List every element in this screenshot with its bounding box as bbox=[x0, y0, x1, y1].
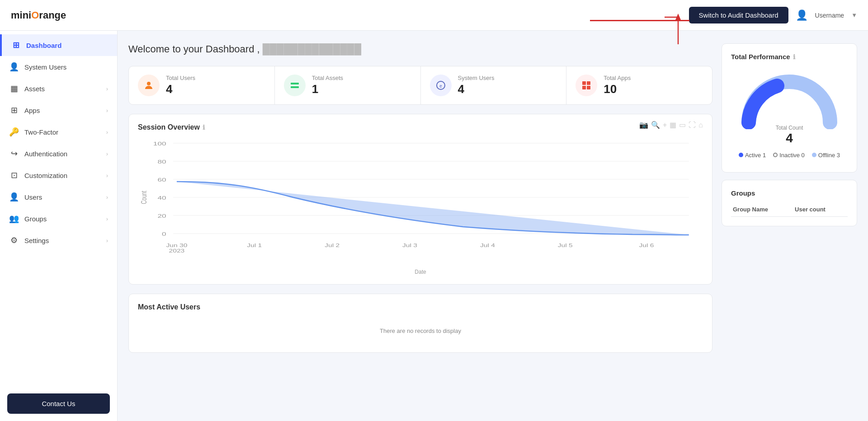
groups-col-count: User count bbox=[793, 202, 848, 217]
sidebar-dashboard-label: Dashboard bbox=[26, 42, 61, 49]
chart-minus-icon[interactable]: ▭ bbox=[679, 121, 686, 129]
user-dropdown-icon[interactable]: ▼ bbox=[851, 12, 857, 19]
chart-camera-icon[interactable]: 📷 bbox=[639, 121, 648, 129]
chart-zoom-icon[interactable]: 🔍 bbox=[651, 121, 660, 129]
header-right: Switch to Audit Dashboard 👤 Username ▼ bbox=[689, 7, 857, 23]
session-overview-title: Session Overview ℹ bbox=[138, 123, 703, 131]
stat-info-2: System Users 4 bbox=[458, 75, 495, 96]
contact-us-button[interactable]: Contact Us bbox=[7, 393, 110, 414]
session-overview-card: Session Overview ℹ 📷 🔍 + ▦ ▭ ⛶ ⌂ bbox=[128, 114, 712, 285]
svg-text:60: 60 bbox=[157, 177, 166, 182]
stat-label-2: System Users bbox=[458, 75, 495, 81]
total-performance-card: Total Performance ℹ Total Count 4 bbox=[722, 43, 857, 173]
welcome-message: Welcome to your Dashboard , bbox=[128, 43, 260, 55]
svg-text:0: 0 bbox=[162, 231, 166, 237]
stat-card-0: Total Users 4 bbox=[129, 66, 275, 104]
sidebar-assets-label: Assets bbox=[24, 85, 45, 93]
sidebar-item-assets[interactable]: ▦ Assets › bbox=[0, 78, 117, 99]
legend-offline-dot bbox=[812, 153, 816, 157]
svg-rect-9 bbox=[582, 81, 586, 85]
session-overview-info-icon[interactable]: ℹ bbox=[203, 124, 205, 131]
stat-card-3: Total Apps 10 bbox=[566, 66, 712, 104]
stat-value-1: 1 bbox=[312, 82, 343, 96]
legend-active-dot bbox=[739, 153, 743, 157]
svg-text:Jul 5: Jul 5 bbox=[558, 243, 573, 248]
svg-text:Jul 2: Jul 2 bbox=[325, 243, 340, 248]
main-left: Welcome to your Dashboard , ████████████… bbox=[128, 43, 712, 408]
sidebar-system-users-icon: 👤 bbox=[9, 62, 19, 72]
svg-rect-10 bbox=[587, 81, 590, 85]
sidebar: ⊞ Dashboard 👤 System Users ▦ Assets ›⊞ A… bbox=[0, 31, 118, 421]
logo-o: O bbox=[31, 9, 39, 21]
svg-rect-5 bbox=[291, 86, 299, 88]
gauge-count-value: 4 bbox=[776, 131, 803, 145]
logo: miniOrange bbox=[11, 9, 66, 21]
svg-text:Jul 4: Jul 4 bbox=[480, 243, 495, 248]
chart-grid-icon[interactable]: ▦ bbox=[670, 121, 676, 129]
stat-info-1: Total Assets 1 bbox=[312, 75, 343, 96]
sidebar-apps-label: Apps bbox=[24, 107, 40, 114]
chart-area: 📷 🔍 + ▦ ▭ ⛶ ⌂ bbox=[138, 139, 703, 265]
chart-expand-icon[interactable]: ⛶ bbox=[689, 121, 696, 129]
sidebar-two-factor-label: Two-Factor bbox=[24, 128, 58, 136]
sidebar-item-apps[interactable]: ⊞ Apps › bbox=[0, 99, 117, 121]
stat-info-3: Total Apps 10 bbox=[604, 75, 631, 96]
svg-text:Jun 30: Jun 30 bbox=[166, 243, 187, 248]
chart-toolbar: 📷 🔍 + ▦ ▭ ⛶ ⌂ bbox=[639, 121, 703, 129]
groups-title: Groups bbox=[731, 189, 848, 197]
sidebar-item-two-factor[interactable]: 🔑 Two-Factor › bbox=[0, 121, 117, 143]
gauge-legend: Active 1 Inactive 0 Offline 3 bbox=[739, 152, 840, 159]
session-overview-label: Session Overview bbox=[138, 123, 200, 131]
sidebar-dashboard-icon: ⊞ bbox=[11, 40, 21, 50]
stat-value-2: 4 bbox=[458, 82, 495, 96]
sidebar-nav: ⊞ Dashboard 👤 System Users ▦ Assets ›⊞ A… bbox=[0, 31, 117, 386]
sidebar-apps-icon: ⊞ bbox=[9, 105, 19, 115]
user-avatar-icon[interactable]: 👤 bbox=[796, 9, 808, 21]
legend-active: Active 1 bbox=[739, 152, 766, 159]
svg-text:Jul 6: Jul 6 bbox=[639, 243, 654, 248]
layout: ⊞ Dashboard 👤 System Users ▦ Assets ›⊞ A… bbox=[0, 31, 868, 421]
sidebar-item-authentication[interactable]: ↪ Authentication › bbox=[0, 143, 117, 164]
stat-info-0: Total Users 4 bbox=[166, 75, 195, 96]
sidebar-two-factor-icon: 🔑 bbox=[9, 127, 19, 137]
most-active-users-card: Most Active Users There are no records t… bbox=[128, 294, 712, 353]
sidebar-item-dashboard[interactable]: ⊞ Dashboard bbox=[0, 34, 117, 56]
sidebar-item-groups[interactable]: 👥 Groups › bbox=[0, 208, 117, 229]
switch-to-audit-button[interactable]: Switch to Audit Dashboard bbox=[689, 7, 788, 23]
most-active-users-label: Most Active Users bbox=[138, 303, 200, 311]
session-chart: 0 20 40 60 80 100 Jun 30 2023 Jul 1 bbox=[138, 139, 703, 256]
svg-text:Jul 1: Jul 1 bbox=[247, 243, 262, 248]
legend-inactive: Inactive 0 bbox=[773, 152, 805, 159]
main-content: Welcome to your Dashboard , ████████████… bbox=[118, 31, 868, 421]
stat-label-0: Total Users bbox=[166, 75, 195, 81]
groups-table: Group Name User count bbox=[731, 202, 848, 217]
stat-icon-2: e bbox=[430, 75, 452, 96]
chart-plus-icon[interactable]: + bbox=[663, 121, 667, 129]
sidebar-authentication-label: Authentication bbox=[24, 150, 67, 158]
main-right: Total Performance ℹ Total Count 4 bbox=[722, 43, 857, 408]
sidebar-groups-label: Groups bbox=[24, 215, 47, 223]
gauge-center: Total Count 4 bbox=[776, 125, 803, 145]
stat-card-2: e System Users 4 bbox=[421, 66, 567, 104]
sidebar-users-chevron: › bbox=[106, 194, 108, 201]
svg-text:Jul 3: Jul 3 bbox=[402, 243, 417, 248]
user-name[interactable]: Username bbox=[815, 12, 844, 19]
stat-value-3: 10 bbox=[604, 82, 631, 96]
sidebar-authentication-chevron: › bbox=[106, 150, 108, 157]
sidebar-item-system-users[interactable]: 👤 System Users bbox=[0, 56, 117, 78]
total-performance-title: Total Performance ℹ bbox=[731, 53, 848, 61]
sidebar-item-users[interactable]: 👤 Users › bbox=[0, 186, 117, 208]
sidebar-customization-chevron: › bbox=[106, 172, 108, 179]
svg-text:40: 40 bbox=[157, 195, 166, 201]
most-active-empty-msg: There are no records to display bbox=[138, 318, 703, 343]
total-performance-info-icon[interactable]: ℹ bbox=[793, 53, 795, 61]
header: miniOrange Switch to Audit Dashboard 👤 U… bbox=[0, 0, 868, 31]
sidebar-settings-label: Settings bbox=[24, 237, 49, 244]
sidebar-item-customization[interactable]: ⊡ Customization › bbox=[0, 164, 117, 186]
sidebar-item-settings[interactable]: ⚙ Settings › bbox=[0, 229, 117, 251]
sidebar-authentication-icon: ↪ bbox=[9, 149, 19, 159]
legend-offline: Offline 3 bbox=[812, 152, 840, 159]
svg-point-3 bbox=[147, 82, 151, 85]
chart-home-icon[interactable]: ⌂ bbox=[698, 121, 703, 129]
stat-icon-3 bbox=[576, 75, 597, 96]
